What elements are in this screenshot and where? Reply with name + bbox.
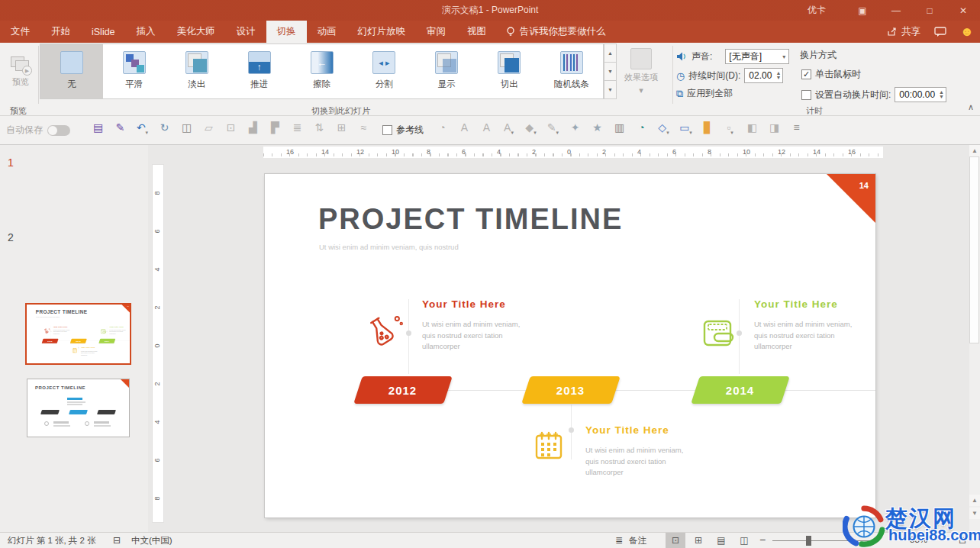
tab-transitions[interactable]: 切换 [266,21,307,43]
transition-reveal[interactable]: 显示 [415,44,478,98]
item-2013-heading[interactable]: Your Title Here [81,347,95,349]
font-color-icon[interactable]: A▾ [498,119,520,141]
item-2013-body[interactable]: Ut wisi enim ad minim veniam, quis nostr… [81,350,98,356]
animation-timing-icon[interactable]: ◔ [630,119,653,141]
animate-chart-grow-icon[interactable]: ▟ [242,119,264,141]
bring-forward-icon[interactable]: ◧ [741,119,763,141]
start-slideshow-icon[interactable]: ◫ [176,119,198,141]
align-objects-icon[interactable]: ⊞ [330,119,353,141]
item-2012-heading[interactable]: Your Title Here [53,326,68,328]
zoom-slider-track[interactable] [772,540,870,541]
zoom-percent-label[interactable]: 83% [910,535,927,544]
item-2014-heading[interactable]: Your Title Here [754,298,838,310]
slide-title[interactable]: PROJECT TIMELINE [318,203,623,236]
banner-2014[interactable]: 2014 [98,339,115,343]
banner-2013[interactable]: 2013 [521,376,621,404]
tab-slideshow[interactable]: 幻灯片放映 [347,21,417,43]
repeat-icon[interactable]: ↻ [153,119,176,141]
spellcheck-icon[interactable]: ⊟ [113,535,121,546]
horizontal-ruler[interactable]: 1614121086420246810121416 [263,147,883,158]
normal-view-button[interactable]: ⊡ [666,533,685,548]
item-2014-body[interactable]: Ut wisi enim ad minim veniam, quis nostr… [754,319,855,353]
transition-random-bars[interactable]: 随机线条 [540,44,603,98]
effect-options-button[interactable]: 效果选项 ▾ [617,44,666,98]
item-2013-body[interactable]: Ut wisi enim ad minim veniam, quis nostr… [585,445,686,479]
previous-slide-button[interactable]: ▲ [969,495,980,506]
add-animation-icon[interactable]: ★ [586,119,608,141]
guides-checkbox[interactable] [382,125,392,135]
tab-review[interactable]: 审阅 [416,21,456,43]
tab-animations[interactable]: 动画 [307,21,347,43]
snap-position-icon[interactable]: ▫▾ [719,119,741,141]
insert-chart-icon[interactable]: ▊ [697,119,719,141]
send-backward-icon[interactable]: ◨ [763,119,785,141]
transition-push[interactable]: ↑ 推进 [228,44,291,98]
banner-2012[interactable]: 2012 [353,376,453,404]
notes-button[interactable]: 备注 [629,535,646,546]
format-painter-icon[interactable]: ✦ [564,119,586,141]
zoom-selection-icon[interactable]: ◔ [431,119,453,141]
item-2014-body[interactable]: Ut wisi enim ad minim veniam, quis nostr… [109,329,126,334]
flip-vertical-icon[interactable]: ⇅ [308,119,330,141]
tab-home[interactable]: 开始 [40,21,81,43]
zoom-out-button[interactable]: − [759,533,766,546]
transition-cut[interactable]: 切出 [478,44,540,98]
slide-title[interactable]: PROJECT TIMELINE [36,309,87,314]
zoom-slider-thumb[interactable] [806,536,811,546]
slide-subtitle[interactable]: Ut wisi enim ad minim veniam, quis nostr… [319,243,459,251]
transition-wipe[interactable]: ← 擦除 [291,44,353,98]
gallery-more-button[interactable]: ▼ [604,81,617,99]
vertical-ruler[interactable]: 864202468 [152,164,164,523]
slide-2-thumbnail[interactable]: PROJECT TIMELINE [27,379,130,437]
collapse-ribbon-button[interactable]: ∧ [968,102,974,112]
tab-islide[interactable]: iSlide [81,21,126,43]
save-as-icon[interactable]: ✎ [109,119,131,141]
apply-to-all-button[interactable]: 应用到全部 [687,87,733,100]
undo-icon[interactable]: ↶▾ [131,119,153,141]
auto-advance-input[interactable]: 00:00.00 ▲▼ [895,87,946,102]
transition-fade[interactable]: 淡出 [166,44,228,98]
banner-2012[interactable]: 2012 [42,339,59,343]
preview-button[interactable]: ▶ 预览 [3,46,38,98]
align-text-icon[interactable]: ≣ [286,119,308,141]
banner-2013[interactable]: 2013 [70,339,87,343]
next-slide-button[interactable]: ▼ [969,508,980,519]
share-button[interactable]: 共享 [887,25,920,38]
reading-view-button[interactable]: ▤ [711,533,731,548]
transition-none[interactable]: 无 [40,44,103,98]
grow-font-icon[interactable]: A [453,119,475,141]
tab-meihua[interactable]: 美化大师 [166,21,226,43]
banner-2014[interactable]: 2014 [691,376,790,404]
sound-select[interactable]: [无声音]▾ [725,49,789,64]
language-label[interactable]: 中文(中国) [131,535,172,546]
transition-split[interactable]: ◂ ▸ 分割 [353,44,415,98]
shape-fill-icon[interactable]: ◆▾ [520,119,542,141]
text-box-icon[interactable]: ▭▾ [675,119,697,141]
item-2013-heading[interactable]: Your Title Here [585,424,669,436]
shapes-icon[interactable]: ◇▾ [653,119,675,141]
slide-canvas[interactable]: 14 PROJECT TIMELINE Ut wisi enim ad mini… [265,174,875,517]
item-2012-body[interactable]: Ut wisi enim ad minim veniam, quis nostr… [422,319,523,353]
shrink-font-icon[interactable]: A [475,119,498,141]
selection-pane-icon[interactable]: ▥ [608,119,630,141]
scroll-up-button[interactable]: ▲ [969,145,980,156]
autosave-toggle[interactable] [47,125,70,136]
close-button[interactable]: ✕ [946,0,980,21]
slideshow-view-button[interactable]: ◫ [734,533,754,548]
item-2014-heading[interactable]: Your Title Here [109,326,124,328]
animate-chart-icon[interactable]: ▛ [264,119,286,141]
paste-icon[interactable]: ▱ [198,119,220,141]
transition-morph[interactable]: 平滑 [103,44,166,98]
tab-view[interactable]: 视图 [456,21,497,43]
draw-shape-icon[interactable]: ✎▾ [542,119,564,141]
auto-advance-checkbox[interactable] [801,90,811,100]
gallery-scroll-down[interactable]: ▼ [604,63,617,81]
tab-design[interactable]: 设计 [226,21,266,43]
item-2012-body[interactable]: Ut wisi enim ad minim veniam, quis nostr… [53,329,70,334]
save-icon[interactable]: ▤ [87,119,109,141]
fit-to-window-button[interactable]: ⊡ [953,533,972,548]
tab-file[interactable]: 文件 [0,21,40,43]
comment-icon[interactable] [934,27,946,37]
item-2012-heading[interactable]: Your Title Here [422,298,506,310]
ribbon-display-options-icon[interactable]: ▣ [846,0,879,21]
